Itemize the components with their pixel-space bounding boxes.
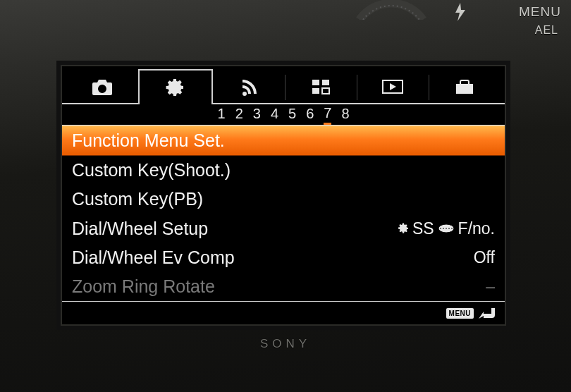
page-7[interactable]: 7 <box>324 105 331 125</box>
tab-playback[interactable] <box>357 71 429 103</box>
menu-item-custom-key-shoot[interactable]: Custom Key(Shoot.) <box>62 156 505 185</box>
menu-badge: MENU <box>446 308 474 319</box>
page-4[interactable]: 4 <box>271 106 278 123</box>
tab-settings[interactable] <box>138 69 213 104</box>
ael-button-label[interactable]: AEL <box>535 24 558 37</box>
page-1[interactable]: 1 <box>218 106 226 123</box>
svg-rect-2 <box>312 88 319 94</box>
page-5[interactable]: 5 <box>288 106 296 123</box>
menu-label: Dial/Wheel Ev Comp <box>72 247 467 268</box>
menu-label: Custom Key(PB) <box>72 189 495 209</box>
page-2[interactable]: 2 <box>235 106 243 123</box>
menu-list: Function Menu Set. Custom Key(Shoot.) Cu… <box>62 125 505 302</box>
playback-icon <box>381 79 404 94</box>
menu-label: Zoom Ring Rotate <box>72 276 479 297</box>
tab-toolbox[interactable] <box>429 71 501 103</box>
footer-bar: MENU <box>62 302 505 324</box>
page-3[interactable]: 3 <box>253 106 261 123</box>
flash-icon <box>454 3 467 24</box>
gear-icon <box>165 77 186 98</box>
svg-rect-6 <box>456 84 473 86</box>
menu-label: Function Menu Set. <box>72 130 495 151</box>
lcd-screen: 1 2 3 4 5 6 7 8 Function Menu Set. Custo… <box>61 65 506 326</box>
menu-value: Off <box>474 248 495 267</box>
menu-item-dial-wheel-ev-comp[interactable]: Dial/Wheel Ev Comp Off <box>62 243 505 272</box>
menu-label: Dial/Wheel Setup <box>72 219 390 239</box>
tab-camera[interactable] <box>66 71 138 103</box>
svg-rect-1 <box>322 80 329 85</box>
svg-rect-3 <box>322 88 329 94</box>
menu-value: – <box>486 277 495 296</box>
tab-apps[interactable] <box>285 71 357 103</box>
menu-label: Custom Key(Shoot.) <box>72 160 495 180</box>
menu-item-zoom-ring-rotate: Zoom Ring Rotate – <box>62 272 505 301</box>
menu-item-function-menu-set[interactable]: Function Menu Set. <box>62 125 505 156</box>
value-ss: SS <box>412 219 434 238</box>
menu-item-dial-wheel-setup[interactable]: Dial/Wheel Setup SS F/no. <box>62 214 505 243</box>
wifi-icon <box>238 78 259 96</box>
camera-body: MENU AEL SONY <box>0 0 571 392</box>
apps-icon <box>311 78 331 95</box>
camera-icon <box>91 78 113 95</box>
page-indicator: 1 2 3 4 5 6 7 8 <box>62 104 505 125</box>
toolbox-icon <box>453 78 476 95</box>
gear-small-icon <box>397 222 410 235</box>
back-icon[interactable] <box>478 306 496 320</box>
page-8[interactable]: 8 <box>341 106 349 123</box>
menu-value: SS F/no. <box>397 219 495 238</box>
brand-label: SONY <box>260 337 311 351</box>
wheel-small-icon <box>437 223 455 233</box>
menu-item-custom-key-pb[interactable]: Custom Key(PB) <box>62 185 505 214</box>
tab-bar <box>62 66 505 104</box>
value-fno: F/no. <box>458 219 495 238</box>
tab-wireless[interactable] <box>213 71 285 103</box>
menu-button-label[interactable]: MENU <box>519 4 561 20</box>
svg-rect-0 <box>312 80 319 85</box>
mode-dial-icon <box>356 0 426 23</box>
page-6[interactable]: 6 <box>306 106 314 123</box>
